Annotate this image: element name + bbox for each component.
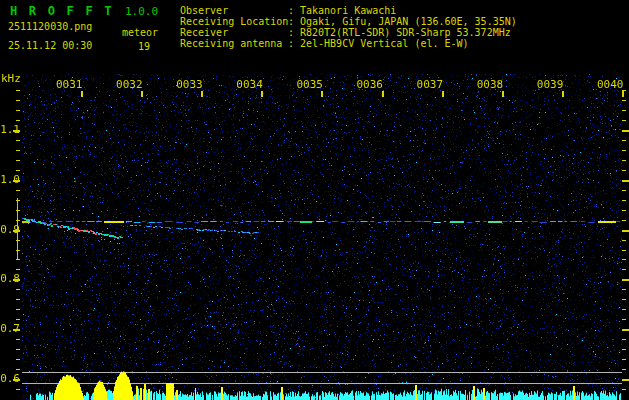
info-separator: :	[288, 17, 300, 27]
time-axis-label: 0039	[537, 79, 563, 90]
time-axis-label: 0035	[296, 79, 322, 90]
mode-label: meteor	[122, 27, 158, 38]
info-value: Takanori Kawachi	[300, 6, 396, 16]
freq-axis-unit: kHz	[1, 73, 21, 84]
info-row-antenna: Receiving antenna:2el-HB9CV Vertical (el…	[180, 39, 469, 49]
time-axis-label: 0036	[357, 79, 383, 90]
time-axis-label: 0031	[56, 79, 82, 90]
freq-axis-label: 0.8	[0, 273, 20, 284]
info-separator: :	[288, 28, 300, 38]
output-filename: 2511120030.png	[8, 21, 92, 32]
timestamp: 25.11.12 00:30	[8, 40, 92, 51]
info-label: Receiving antenna	[180, 39, 288, 49]
info-row-location: Receiving Location:Ogaki, Gifu, JAPAN (1…	[180, 17, 517, 27]
info-label: Observer	[180, 6, 288, 16]
freq-axis-label: 0.6	[0, 373, 20, 384]
info-value: R820T2(RTL-SDR) SDR-Sharp 53.372MHz	[300, 28, 511, 38]
time-axis-label: 0032	[116, 79, 142, 90]
hrofft-window: H R O F F T 1.0.0 2511120030.png meteor …	[0, 0, 629, 400]
info-label: Receiving Location	[180, 17, 288, 27]
freq-axis-label: 0.7	[0, 323, 20, 334]
info-label: Receiver	[180, 28, 288, 38]
info-separator: :	[288, 6, 300, 16]
freq-axis-label: 1.0	[0, 174, 20, 185]
app-version: 1.0.0	[125, 5, 158, 18]
echo-count: 19	[138, 41, 150, 52]
info-row-receiver: Receiver:R820T2(RTL-SDR) SDR-Sharp 53.37…	[180, 28, 511, 38]
time-axis-label: 0040	[597, 79, 623, 90]
spectrogram-area: kHz 1.11.00.90.80.70.6003100320033003400…	[0, 72, 629, 400]
time-axis-label: 0034	[236, 79, 262, 90]
header: H R O F F T 1.0.0 2511120030.png meteor …	[0, 0, 629, 72]
freq-axis-label: 1.1	[0, 124, 20, 135]
info-value: 2el-HB9CV Vertical (el. E-W)	[300, 39, 469, 49]
info-value: Ogaki, Gifu, JAPAN (136.60E, 35.35N)	[300, 17, 517, 27]
app-title: H R O F F T	[10, 4, 114, 18]
freq-axis-label: 0.9	[0, 224, 20, 235]
spectrogram-canvas	[0, 72, 629, 400]
info-separator: :	[288, 39, 300, 49]
time-axis-label: 0038	[477, 79, 503, 90]
time-axis-label: 0033	[176, 79, 202, 90]
info-row-observer: Observer:Takanori Kawachi	[180, 6, 396, 16]
time-axis-label: 0037	[417, 79, 443, 90]
